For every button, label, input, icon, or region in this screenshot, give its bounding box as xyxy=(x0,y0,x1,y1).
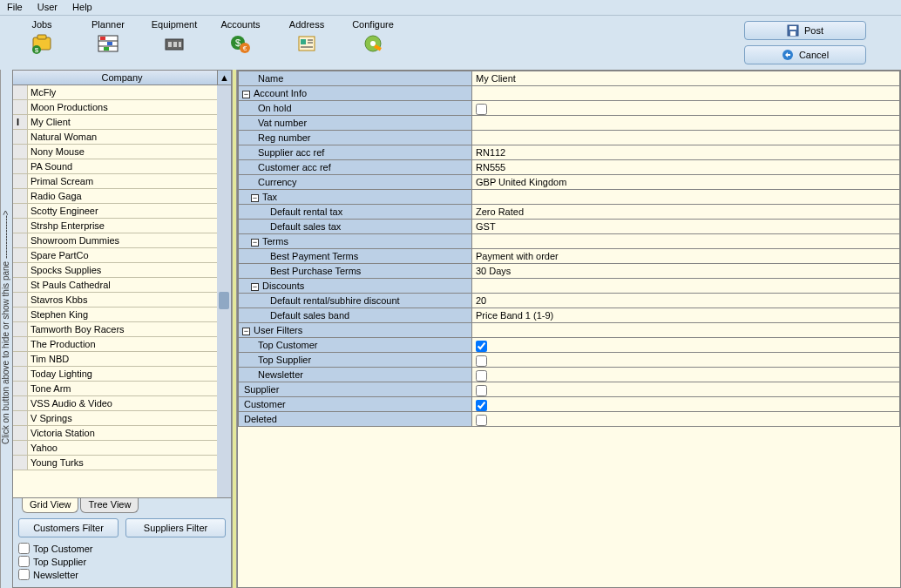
company-row[interactable]: Natural Woman xyxy=(13,130,231,145)
company-row[interactable]: Yahoo xyxy=(13,441,231,456)
company-row[interactable]: Scotty Engineer xyxy=(13,204,231,219)
menu-file[interactable]: File xyxy=(7,2,23,12)
filters-panel: Customers Filter Suppliers Filter Top Cu… xyxy=(13,513,231,587)
customer-ref-value[interactable]: RN555 xyxy=(472,160,900,175)
company-row[interactable]: McFly xyxy=(13,85,231,100)
suppliers-filter-button[interactable]: Suppliers Filter xyxy=(125,518,226,537)
supplier-checkbox[interactable] xyxy=(476,385,487,396)
sidebar-toggle-hint[interactable]: Click on button above to hide or show th… xyxy=(0,70,12,588)
company-row[interactable]: Tone Arm xyxy=(13,382,231,396)
top-customer-checkbox[interactable] xyxy=(476,341,487,352)
supplier-ref-value[interactable]: RN112 xyxy=(472,145,900,160)
company-row[interactable]: St Pauls Cathedral xyxy=(13,278,231,293)
address-icon xyxy=(295,31,319,56)
toolbar-label: Accounts xyxy=(220,19,260,30)
def-sales-tax-value[interactable]: GST xyxy=(472,220,900,234)
deleted-checkbox[interactable] xyxy=(476,415,487,426)
menu-user[interactable]: User xyxy=(37,2,58,12)
company-row[interactable]: Strshp Enterprise xyxy=(13,219,231,233)
toolbar-accounts[interactable]: Accounts $€ xyxy=(207,19,274,56)
top-supplier-checkbox[interactable] xyxy=(476,355,487,367)
company-row[interactable]: Today Lighting xyxy=(13,367,231,382)
group-terms[interactable]: −Terms xyxy=(239,234,472,249)
svg-rect-9 xyxy=(104,47,109,51)
property-panel: NameMy Client −Account Info On hold Vat … xyxy=(237,70,901,588)
toolbar-equipment[interactable]: Equipment xyxy=(141,19,207,56)
group-user-filters[interactable]: −User Filters xyxy=(239,323,472,338)
prop-top-supplier: Top Supplier xyxy=(239,353,472,368)
newsletter-checkbox[interactable] xyxy=(476,370,487,382)
menubar: File User Help xyxy=(0,0,901,16)
toolbar-label: Equipment xyxy=(152,19,198,30)
scrollbar[interactable] xyxy=(217,85,231,497)
company-row[interactable]: Stephen King xyxy=(13,308,231,322)
menu-help[interactable]: Help xyxy=(72,2,92,12)
svg-text:$: $ xyxy=(235,37,240,48)
company-row[interactable]: VSS Audio & Video xyxy=(13,396,231,411)
cancel-button[interactable]: Cancel xyxy=(744,45,866,64)
prop-on-hold: On hold xyxy=(239,101,472,116)
toolbar: Jobs $ Planner Equipment Accounts $€ Add… xyxy=(0,16,901,70)
group-discounts[interactable]: −Discounts xyxy=(239,279,472,294)
prop-supplier-ref: Supplier acc ref xyxy=(239,145,472,160)
configure-icon xyxy=(361,31,385,56)
best-payment-value[interactable]: Payment with order xyxy=(472,249,900,264)
company-row[interactable]: The Production xyxy=(13,337,231,352)
on-hold-checkbox[interactable] xyxy=(476,104,487,115)
def-rental-tax-value[interactable]: Zero Rated xyxy=(472,205,900,220)
prop-def-rental-tax: Default rental tax xyxy=(239,205,472,220)
company-row[interactable]: Victoria Station xyxy=(13,426,231,441)
company-row[interactable]: Tamworth Boy Racers xyxy=(13,322,231,337)
svg-rect-19 xyxy=(301,39,306,44)
prop-def-sales-band: Default sales band xyxy=(239,308,472,323)
toolbar-address[interactable]: Address xyxy=(274,19,340,56)
company-row[interactable]: Stavros Kbbs xyxy=(13,293,231,308)
toolbar-configure[interactable]: Configure xyxy=(340,19,406,56)
cancel-icon xyxy=(782,49,794,61)
def-rental-disc-value[interactable]: 20 xyxy=(472,294,900,308)
prop-top-customer: Top Customer xyxy=(239,338,472,353)
customers-filter-button[interactable]: Customers Filter xyxy=(18,518,119,537)
tab-grid-view[interactable]: Grid View xyxy=(22,498,78,513)
company-row[interactable]: Tim NBD xyxy=(13,352,231,367)
prop-newsletter: Newsletter xyxy=(239,368,472,382)
def-sales-band-value[interactable]: Price Band 1 (1-9) xyxy=(472,308,900,323)
vat-value[interactable] xyxy=(472,116,900,131)
currency-value[interactable]: GBP United Kingdom xyxy=(472,175,900,190)
group-account-info[interactable]: −Account Info xyxy=(239,86,472,101)
prop-reg: Reg number xyxy=(239,131,472,145)
name-value[interactable]: My Client xyxy=(472,71,900,86)
company-list[interactable]: McFlyMoon ProductionsMy ClientNatural Wo… xyxy=(13,85,231,497)
scroll-up-icon[interactable]: ▲ xyxy=(217,71,231,84)
reg-value[interactable] xyxy=(472,131,900,145)
save-icon xyxy=(787,24,799,37)
svg-rect-28 xyxy=(790,31,796,36)
svg-point-24 xyxy=(370,41,376,46)
company-row[interactable]: Moon Productions xyxy=(13,100,231,115)
toolbar-jobs[interactable]: Jobs $ xyxy=(9,19,75,56)
filter-top-supplier[interactable]: Top Supplier xyxy=(18,556,226,567)
customer-checkbox[interactable] xyxy=(476,400,487,411)
filter-newsletter[interactable]: Newsletter xyxy=(18,569,226,580)
best-purchase-value[interactable]: 30 Days xyxy=(472,264,900,279)
company-row[interactable]: Showroom Dummies xyxy=(13,233,231,248)
company-row[interactable]: Nony Mouse xyxy=(13,145,231,159)
prop-supplier: Supplier xyxy=(239,382,472,397)
filter-top-customer[interactable]: Top Customer xyxy=(18,543,226,554)
company-row[interactable]: My Client xyxy=(13,115,231,130)
group-tax[interactable]: −Tax xyxy=(239,190,472,205)
toolbar-planner[interactable]: Planner xyxy=(75,19,141,56)
col-name: Name xyxy=(239,71,472,86)
company-row[interactable]: Radio Gaga xyxy=(13,189,231,204)
company-row[interactable]: PA Sound xyxy=(13,159,231,174)
toolbar-label: Planner xyxy=(91,19,125,30)
company-row[interactable]: Young Turks xyxy=(13,456,231,470)
company-row[interactable]: Spare PartCo xyxy=(13,248,231,263)
tab-tree-view[interactable]: Tree View xyxy=(80,498,139,513)
company-grid-header[interactable]: Company ▲ xyxy=(13,71,231,85)
prop-def-sales-tax: Default sales tax xyxy=(239,220,472,234)
company-row[interactable]: V Springs xyxy=(13,411,231,426)
post-button[interactable]: Post xyxy=(744,21,866,40)
company-row[interactable]: Spocks Supplies xyxy=(13,263,231,278)
company-row[interactable]: Primal Scream xyxy=(13,174,231,189)
